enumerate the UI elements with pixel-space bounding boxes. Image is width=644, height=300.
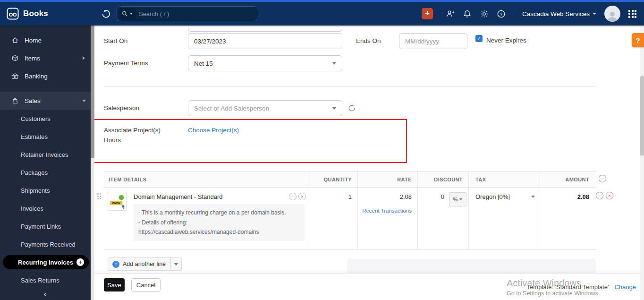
org-name: Cascadia Web Services: [522, 10, 590, 17]
payment-terms-value: Net 15: [194, 60, 213, 67]
navbar-right-group: + ? Cascadia Web Services: [422, 6, 644, 22]
page-scrollbar-thumb[interactable]: [640, 76, 644, 156]
chevron-right-icon: [83, 56, 85, 60]
add-another-line-button[interactable]: + Add another line: [108, 257, 182, 271]
start-on-input[interactable]: [188, 33, 342, 49]
quick-add-button[interactable]: +: [422, 8, 433, 19]
item-main: Domain Management - Standard ··· × - Thi…: [134, 192, 306, 245]
sidebar-item-retainer-invoices[interactable]: Retainer Invoices: [0, 146, 91, 163]
payment-terms-select[interactable]: Net 15: [188, 55, 342, 71]
start-on-label: Start On: [104, 37, 127, 44]
row-actions: ··· ×: [596, 192, 613, 199]
remove-item-icon[interactable]: ×: [298, 193, 306, 200]
sidebar-scrollbar[interactable]: [91, 26, 94, 300]
chevron-down-icon: [459, 198, 462, 200]
add-recurring-invoice-icon[interactable]: +: [76, 258, 84, 266]
sidebar-item-home[interactable]: Home: [0, 31, 91, 49]
app-name: Books: [23, 9, 48, 18]
org-selector[interactable]: Cascadia Web Services: [522, 10, 596, 17]
help-circle-icon[interactable]: ?: [497, 9, 506, 18]
settings-gear-icon[interactable]: [480, 9, 489, 18]
navbar-divider: [514, 9, 514, 19]
sidebar-item-items[interactable]: Items: [0, 49, 91, 67]
sidebar-scrollbar-thumb[interactable]: [91, 26, 94, 158]
salesperson-select[interactable]: Select or Add Salesperson: [188, 100, 342, 116]
sidebar-item-shipments[interactable]: Shipments: [0, 181, 91, 199]
sidebar-item-sales[interactable]: Sales: [0, 92, 91, 110]
recent-activity-icon[interactable]: [101, 9, 111, 19]
top-navbar: Books + ? Cascadia Web Services: [0, 2, 644, 26]
table-columns-options-icon[interactable]: ···: [599, 175, 606, 182]
col-header-amount: AMOUNT: [540, 171, 596, 187]
search-scope-button[interactable]: [119, 8, 136, 19]
app-logo[interactable]: Books: [0, 8, 48, 20]
search-input[interactable]: [139, 10, 258, 17]
quantity-value[interactable]: 1: [308, 188, 358, 249]
description-line: - This is a monthly recurring charge on …: [138, 208, 300, 218]
recent-transactions-link[interactable]: Recent Transactions: [358, 208, 412, 214]
add-line-dropdown-caret[interactable]: [171, 263, 181, 266]
never-expires-checkbox[interactable]: ✓: [475, 35, 483, 42]
sidebar-item-label: Sales: [25, 97, 41, 104]
row-delete-icon[interactable]: ×: [606, 192, 613, 199]
sidebar-item-sales-returns[interactable]: Sales Returns: [0, 271, 91, 289]
description-line: - Details of offering:: [138, 218, 300, 228]
item-name[interactable]: Domain Management - Standard: [134, 193, 223, 200]
notifications-bell-icon[interactable]: [463, 9, 472, 18]
rate-value[interactable]: 2.08: [400, 193, 412, 200]
cancel-button[interactable]: Cancel: [131, 278, 161, 291]
chevron-down-icon: [332, 62, 336, 65]
drag-handle[interactable]: [97, 193, 102, 199]
col-header-discount: DISCOUNT: [418, 171, 469, 187]
sidebar-item-recurring-invoices-wrap: Recurring Invoices +: [0, 253, 91, 271]
ends-on-input[interactable]: [399, 33, 467, 49]
tax-select[interactable]: Oregon [0%]: [475, 193, 535, 200]
sidebar-item-label: Items: [25, 55, 40, 62]
sidebar-item-label: Home: [25, 37, 42, 44]
banking-icon: [11, 72, 19, 80]
sidebar-item-payments-received[interactable]: Payments Received: [0, 235, 91, 253]
apps-grid-icon[interactable]: [628, 10, 636, 18]
template-change-link[interactable]: Change: [614, 283, 636, 291]
sidebar-collapse-icon[interactable]: ‹: [0, 289, 91, 299]
discount-cell: 0 %: [418, 188, 469, 249]
save-button[interactable]: Save: [104, 278, 125, 291]
global-search[interactable]: [117, 6, 258, 21]
sidebar-item-estimates[interactable]: Estimates: [0, 128, 91, 146]
main-content: Start On Ends On ✓ Never Expires Payment…: [94, 26, 644, 300]
sidebar-item-recurring-invoices[interactable]: Recurring Invoices +: [3, 255, 89, 269]
row-more-options-icon[interactable]: ···: [596, 192, 603, 199]
sidebar-item-invoices[interactable]: Invoices: [0, 199, 91, 217]
discount-unit-dropdown[interactable]: %: [449, 192, 466, 206]
partially-visible-field[interactable]: [188, 26, 342, 32]
sidebar-item-packages[interactable]: Packages: [0, 163, 91, 181]
item-description[interactable]: - This is a monthly recurring charge on …: [134, 204, 305, 241]
refresh-salesperson-icon[interactable]: [347, 104, 356, 112]
refer-users-icon[interactable]: [446, 9, 455, 18]
chevron-down-icon: [82, 100, 86, 102]
item-options-icon[interactable]: ···: [289, 193, 297, 200]
sales-bag-icon: [11, 97, 19, 104]
sidebar-item-banking[interactable]: Banking: [0, 67, 91, 85]
svg-text:www: www: [111, 201, 120, 205]
user-avatar[interactable]: [604, 6, 620, 22]
search-scope-caret-icon: [130, 13, 133, 15]
highlight-red-box: [93, 119, 407, 163]
sidebar-item-customers[interactable]: Customers: [0, 110, 91, 128]
svg-text:?: ?: [500, 11, 502, 16]
line-items-table: ITEM DETAILS QUANTITY RATE DISCOUNT TAX …: [104, 171, 596, 250]
sidebar-item-payment-links[interactable]: Payment Links: [0, 217, 91, 235]
browser-top-strip: [0, 0, 644, 2]
help-tab-button[interactable]: ?: [632, 33, 644, 47]
page-scrollbar[interactable]: [640, 26, 644, 300]
payment-terms-label: Payment Terms: [104, 60, 148, 67]
never-expires-label: Never Expires: [486, 37, 526, 44]
rate-cell: 2.08 Recent Transactions: [358, 188, 418, 249]
item-thumbnail[interactable]: www: [108, 192, 127, 211]
home-icon: [11, 36, 19, 44]
sidebar: Home Items Banking Sales Customers Estim…: [0, 26, 91, 300]
col-header-item-details: ITEM DETAILS: [104, 171, 308, 187]
ends-on-label: Ends On: [356, 37, 381, 44]
discount-value[interactable]: 0: [441, 193, 444, 200]
org-caret-icon: [593, 13, 596, 15]
